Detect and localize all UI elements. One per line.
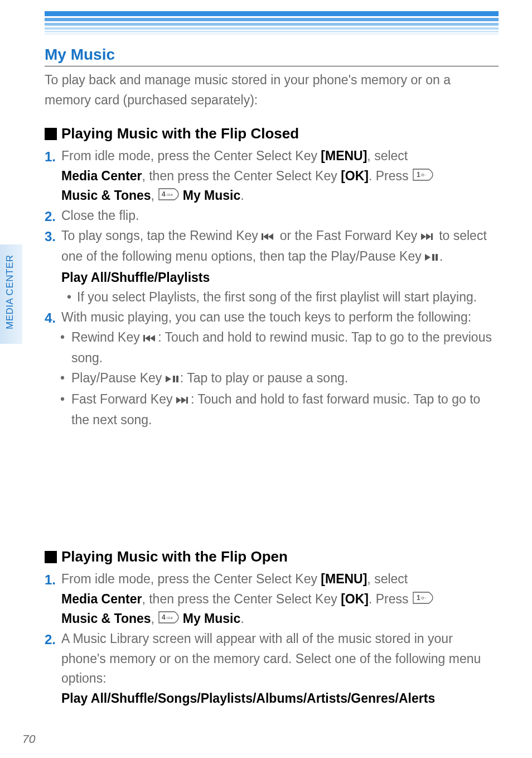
media-center-label: Media Center (61, 592, 142, 606)
step-text: , then press the Center Select Key (142, 592, 341, 606)
keycap-4-icon: 4GHI (158, 188, 179, 201)
svg-rect-9 (431, 233, 433, 240)
svg-rect-11 (432, 254, 434, 261)
step-number: 2. (45, 206, 56, 227)
rewind-icon (143, 329, 158, 349)
step-1: 1. From idle mode, press the Center Sele… (45, 146, 499, 206)
step-text: Close the flip. (61, 208, 139, 223)
svg-rect-12 (436, 254, 438, 261)
subheading-text: Playing Music with the Flip Open (61, 548, 288, 565)
media-center-label: Media Center (61, 169, 142, 183)
page-number: 70 (22, 732, 35, 746)
bullet-text: : Tap to play or pause a song. (180, 371, 348, 385)
step-4: 4. With music playing, you can use the t… (45, 308, 499, 328)
step-text: To play songs, tap the Rewind Key (61, 228, 262, 243)
svg-marker-19 (176, 397, 181, 404)
step-number: 1. (45, 569, 56, 590)
bullet-text: Rewind Key (71, 330, 143, 344)
step-text: , (151, 188, 158, 203)
svg-rect-17 (173, 376, 175, 382)
bullet-text: Fast Forward Key (71, 392, 176, 406)
ok-label: [OK] (341, 169, 369, 183)
step-number: 1. (45, 146, 56, 167)
step-text: , select (367, 572, 408, 586)
header-stripes (45, 11, 499, 38)
svg-text:GHI: GHI (167, 193, 173, 196)
sidebar-label: MEDIA CENTER (4, 255, 16, 329)
rewind-icon (262, 227, 276, 247)
svg-rect-4 (262, 233, 263, 240)
svg-rect-13 (143, 335, 145, 342)
svg-rect-18 (176, 376, 178, 382)
fast-forward-icon (421, 227, 436, 247)
menu-label: [MENU] (321, 572, 367, 586)
intro-paragraph: To play back and manage music stored in … (45, 70, 499, 110)
step-text: , then press the Center Select Key (142, 169, 341, 183)
section-underline (45, 66, 499, 66)
svg-text:1: 1 (417, 171, 420, 179)
keycap-1-icon: 1@.- (412, 591, 433, 605)
my-music-label: My Music (183, 611, 241, 626)
play-all-options: Play All/Shuffle/Playlists (45, 268, 499, 288)
step-text: . Press (369, 592, 412, 606)
svg-text:@.-: @.- (421, 596, 427, 599)
square-bullet-icon (45, 551, 57, 563)
step-3: 3. To play songs, tap the Rewind Key or … (45, 226, 499, 268)
step-text: With music playing, you can use the touc… (61, 310, 471, 324)
step-text: A Music Library screen will appear with … (61, 631, 481, 685)
svg-text:4: 4 (162, 190, 166, 198)
play-pause-icon (425, 248, 439, 268)
svg-marker-15 (150, 335, 155, 342)
bullet-rewind: Rewind Key : Touch and hold to rewind mu… (45, 328, 499, 368)
svg-marker-6 (268, 233, 273, 240)
keycap-4-icon: 4GHI (158, 611, 179, 624)
step-2-open: 2. A Music Library screen will appear wi… (45, 629, 499, 689)
step-text: or the Fast Forward Key (276, 228, 420, 243)
step-text: . (240, 188, 244, 203)
subheading-flip-closed: Playing Music with the Flip Closed (45, 125, 299, 142)
svg-text:1: 1 (417, 594, 420, 602)
svg-text:GHI: GHI (167, 616, 173, 620)
step-text: . (240, 611, 244, 626)
svg-marker-16 (166, 376, 171, 382)
fast-forward-icon (176, 391, 191, 411)
playlists-note: If you select Playlists, the first song … (45, 287, 499, 308)
svg-marker-7 (421, 233, 426, 240)
step-number: 2. (45, 629, 56, 650)
ok-label: [OK] (341, 592, 369, 606)
steps-flip-closed: 1. From idle mode, press the Center Sele… (45, 146, 499, 430)
play-pause-icon (166, 370, 180, 390)
step-number: 3. (45, 226, 56, 247)
bullet-text: Play/Pause Key (71, 371, 166, 385)
step-text: . Press (369, 169, 412, 183)
section-title: My Music (45, 46, 115, 64)
music-tones-label: Music & Tones (61, 611, 151, 626)
svg-marker-8 (426, 233, 431, 240)
svg-text:@.-: @.- (421, 173, 427, 176)
my-music-label: My Music (183, 188, 241, 203)
square-bullet-icon (45, 128, 57, 140)
music-tones-label: Music & Tones (61, 188, 151, 203)
step-text: From idle mode, press the Center Select … (61, 572, 321, 586)
bullet-playpause: Play/Pause Key : Tap to play or pause a … (45, 368, 499, 390)
svg-marker-20 (181, 397, 186, 404)
svg-text:4: 4 (162, 613, 166, 621)
step-1-open: 1. From idle mode, press the Center Sele… (45, 569, 499, 629)
svg-rect-21 (186, 397, 188, 404)
menu-label: [MENU] (321, 148, 367, 163)
step-text: , select (367, 148, 408, 163)
bullet-fastforward: Fast Forward Key : Touch and hold to fas… (45, 390, 499, 430)
keycap-1-icon: 1@.- (412, 168, 433, 181)
svg-marker-5 (263, 233, 268, 240)
step-text: From idle mode, press the Center Select … (61, 148, 321, 163)
step-number: 4. (45, 308, 56, 328)
play-all-options-open: Play All/Shuffle/Songs/Playlists/Albums/… (45, 689, 499, 709)
step-2: 2. Close the flip. (45, 206, 499, 226)
subheading-text: Playing Music with the Flip Closed (61, 125, 299, 142)
svg-marker-10 (425, 254, 431, 261)
svg-marker-14 (145, 335, 150, 342)
steps-flip-open: 1. From idle mode, press the Center Sele… (45, 569, 499, 708)
step-text: . (439, 249, 443, 263)
step-text: , (151, 611, 158, 626)
subheading-flip-open: Playing Music with the Flip Open (45, 548, 288, 565)
